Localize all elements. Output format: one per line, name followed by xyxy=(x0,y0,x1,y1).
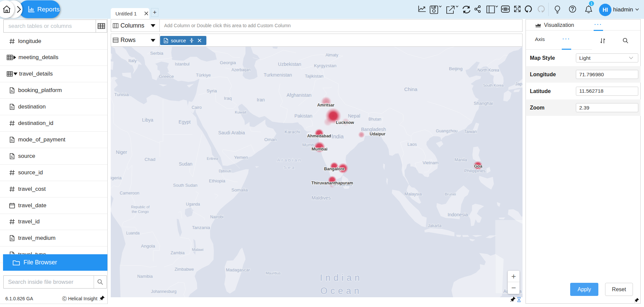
svg-text:Cairo: Cairo xyxy=(192,105,202,110)
svg-text:Istanbul: Istanbul xyxy=(175,62,190,67)
svg-text:Vietnam: Vietnam xyxy=(423,160,438,165)
svg-text:Almaty: Almaty xyxy=(326,53,339,57)
svg-text:Udaipur: Udaipur xyxy=(369,132,385,136)
svg-text:Angola: Angola xyxy=(141,244,155,249)
svg-text:Kyrgyzstan: Kyrgyzstan xyxy=(314,63,337,68)
svg-text:Sea: Sea xyxy=(284,165,296,170)
svg-text:Nigeria: Nigeria xyxy=(111,175,122,180)
svg-text:Arabian: Arabian xyxy=(277,158,302,163)
svg-text:Saudi Arabia: Saudi Arabia xyxy=(218,130,245,135)
svg-text:Lucknow: Lucknow xyxy=(336,120,354,125)
svg-text:Indian: Indian xyxy=(320,273,363,283)
svg-text:Luanda: Luanda xyxy=(126,231,140,235)
svg-text:Uzbekistan: Uzbekistan xyxy=(278,61,301,67)
svg-text:Jakarta: Jakarta xyxy=(428,223,442,228)
svg-text:Mauritius: Mauritius xyxy=(266,271,281,275)
svg-text:Brunei: Brunei xyxy=(445,192,456,196)
svg-text:Nairobi: Nairobi xyxy=(210,215,224,219)
svg-text:Azerbaijan: Azerbaijan xyxy=(232,68,251,72)
svg-text:Manila: Manila xyxy=(455,158,467,162)
svg-text:Indonesia: Indonesia xyxy=(448,212,468,217)
svg-text:Libya: Libya xyxy=(142,117,153,123)
svg-text:Niger: Niger xyxy=(116,149,127,155)
svg-text:Pakistan: Pakistan xyxy=(294,113,312,119)
svg-text:Philippines: Philippines xyxy=(464,168,486,173)
svg-text:Tajikistan: Tajikistan xyxy=(305,74,324,79)
svg-text:Japan: Japan xyxy=(515,81,523,86)
svg-text:Zambia: Zambia xyxy=(170,251,185,255)
svg-text:Maldives: Maldives xyxy=(311,195,331,201)
svg-text:North Korea: North Korea xyxy=(478,68,499,73)
svg-text:Kuwait: Kuwait xyxy=(235,110,247,114)
svg-text:South Korea: South Korea xyxy=(483,83,504,87)
svg-text:Iran: Iran xyxy=(257,97,265,102)
svg-text:Somalia: Somalia xyxy=(232,187,248,192)
svg-text:Yemen: Yemen xyxy=(234,155,248,160)
svg-text:Oman: Oman xyxy=(264,137,277,142)
svg-text:Ahmedabad: Ahmedabad xyxy=(307,134,331,138)
svg-text:China: China xyxy=(404,86,417,92)
svg-text:Chad: Chad xyxy=(145,157,155,162)
svg-text:Afghanistan: Afghanistan xyxy=(287,92,311,98)
svg-text:Syria: Syria xyxy=(207,88,217,93)
svg-text:Thiruvananthapuram: Thiruvananthapuram xyxy=(311,181,353,185)
svg-text:Sudan: Sudan xyxy=(179,161,192,167)
svg-text:Italy: Italy xyxy=(129,58,137,63)
svg-text:Greece: Greece xyxy=(159,74,174,79)
svg-text:Ethiopia: Ethiopia xyxy=(209,178,226,183)
svg-text:Amritsar: Amritsar xyxy=(317,103,335,107)
svg-text:India: India xyxy=(332,133,344,139)
svg-text:Tanzania: Tanzania xyxy=(192,225,210,230)
svg-text:Eritrea: Eritrea xyxy=(207,157,218,161)
svg-text:Bangladesh: Bangladesh xyxy=(361,127,386,132)
svg-text:Iraq: Iraq xyxy=(224,96,232,101)
svg-text:Bhutan: Bhutan xyxy=(368,117,381,122)
svg-text:Mumbai: Mumbai xyxy=(311,147,327,151)
svg-text:Bangalore: Bangalore xyxy=(324,167,344,171)
svg-text:Republic of: Republic of xyxy=(131,205,150,209)
svg-text:Türkiye: Türkiye xyxy=(196,73,211,78)
svg-text:Malaysia: Malaysia xyxy=(404,191,422,196)
svg-text:Malawi: Malawi xyxy=(192,248,203,252)
svg-text:Shanghai: Shanghai xyxy=(474,101,493,106)
svg-text:Taiwan: Taiwan xyxy=(464,129,477,134)
svg-text:Madagascar: Madagascar xyxy=(226,267,250,272)
svg-text:the Congo: the Congo xyxy=(132,210,149,214)
svg-text:South Sudan: South Sudan xyxy=(173,183,197,188)
svg-text:Serbia: Serbia xyxy=(150,51,163,56)
svg-text:Djibouti: Djibouti xyxy=(219,169,231,173)
svg-text:Namibia: Namibia xyxy=(137,274,153,279)
svg-text:Ocean: Ocean xyxy=(320,286,362,296)
svg-text:Uganda: Uganda xyxy=(186,202,200,207)
svg-text:Goa: Goa xyxy=(474,164,483,169)
svg-text:Egypt: Egypt xyxy=(179,119,191,125)
svg-text:Cameroon: Cameroon xyxy=(120,191,139,195)
svg-text:Nepal: Nepal xyxy=(348,113,360,119)
svg-text:Georgia: Georgia xyxy=(220,60,236,65)
svg-text:Laos: Laos xyxy=(407,142,417,147)
svg-text:Karachi: Karachi xyxy=(285,129,300,134)
svg-text:Beijing: Beijing xyxy=(449,66,463,71)
svg-text:Guangzhou: Guangzhou xyxy=(436,129,458,133)
svg-text:Zimbabwe: Zimbabwe xyxy=(175,267,194,272)
svg-text:Turkmenistan: Turkmenistan xyxy=(264,72,292,78)
svg-text:Johannesburg: Johannesburg xyxy=(151,289,177,294)
svg-text:Tunisia: Tunisia xyxy=(114,92,129,97)
